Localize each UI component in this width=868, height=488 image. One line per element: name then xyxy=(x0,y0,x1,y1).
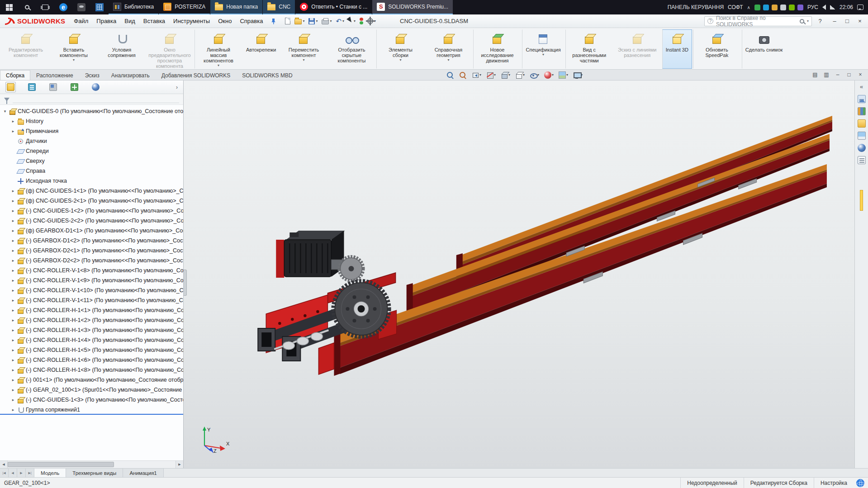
scroll-left-button[interactable] xyxy=(0,461,8,468)
bill-of-materials-button[interactable]: Спецификация ▾ xyxy=(522,29,564,69)
expand-arrow-icon[interactable]: ▸ xyxy=(11,208,15,213)
expand-arrow-icon[interactable]: ▸ xyxy=(11,358,15,362)
tree-item[interactable]: Исходная точка xyxy=(0,176,183,186)
document-tab[interactable]: Анимация1 xyxy=(123,469,163,477)
globe-icon[interactable] xyxy=(856,479,864,487)
tree-item[interactable]: ▸ (-) GEARBOX-D1<2> (По умолчанию<<По ум… xyxy=(0,236,183,246)
taskbar-app-button[interactable]: Новая папка xyxy=(210,0,262,14)
tree-item[interactable]: ▸ (-) CNC-ROLLER-V-1<11> (По умолчанию<П… xyxy=(0,295,183,305)
graphics-area[interactable]: Y X Z xyxy=(184,81,854,468)
task-pane-tab[interactable] xyxy=(858,83,866,91)
doc-pane-button[interactable]: ▤ xyxy=(810,71,820,79)
assembly-features-button[interactable]: Элементы сборки ▾ xyxy=(376,29,424,69)
document-tab[interactable]: Модель xyxy=(34,469,66,477)
pinned-app-button[interactable] xyxy=(72,0,90,14)
menu-item[interactable]: Файл xyxy=(70,14,92,28)
tree-item[interactable]: ▸ (-) CNC-ROLLER-H-1<8> (По умолчанию<По… xyxy=(0,365,183,375)
cloud-tray-icon[interactable] xyxy=(763,5,769,10)
tree-item[interactable]: ▸ (-) CNC-ROLLER-V-1<8> (По умолчанию<По… xyxy=(0,265,183,275)
pinned-app-button[interactable] xyxy=(54,0,72,14)
view-tool-button[interactable]: ▾ xyxy=(500,71,511,79)
clock[interactable]: 22:06 xyxy=(840,4,853,10)
tree-item[interactable]: ▸ (-) CNC-ROLLER-H-1<3> (По умолчанию<По… xyxy=(0,325,183,335)
expand-arrow-icon[interactable]: ▸ xyxy=(11,398,15,402)
tree-item[interactable]: ▸ (-) 001<1> (По умолчанию<По умолчанию_… xyxy=(0,375,183,385)
tree-item[interactable]: ▸ (-) CNC-ROLLER-H-1<1> (По умолчанию<По… xyxy=(0,305,183,315)
tree-item[interactable]: ▾ CNC-GUIDES-0 (По умолчанию<По умолчани… xyxy=(0,106,183,116)
taskbar-app-button[interactable]: POSTERIZA xyxy=(159,0,210,14)
expand-arrow-icon[interactable]: ▸ xyxy=(11,388,15,392)
close-button[interactable]: × xyxy=(854,16,866,26)
tree-item[interactable]: Датчики xyxy=(0,136,183,146)
tree-item[interactable]: ▸ (-) GEARBOX-D2<1> (По умолчанию<<По ум… xyxy=(0,246,183,256)
sheet-nav-button[interactable]: ▶ xyxy=(17,469,26,477)
command-tab[interactable]: Эскиз xyxy=(79,70,105,80)
tree-item[interactable]: ▸ (-) CNC-ROLLER-H-1<2> (По умолчанию<По… xyxy=(0,315,183,325)
tree-item[interactable]: ▸ History xyxy=(0,116,183,126)
component-preview-window-button[interactable]: Окно предварительного просмотра компонен… xyxy=(146,29,194,69)
pin-menubar-button[interactable] xyxy=(267,18,280,24)
task-pane-tab[interactable] xyxy=(858,156,866,164)
command-tab[interactable]: Добавления SOLIDWORKS xyxy=(156,70,237,80)
scroll-right-button[interactable] xyxy=(175,461,183,468)
update-tray-icon[interactable] xyxy=(772,5,778,10)
panel-splitter-handle[interactable] xyxy=(184,270,187,296)
taskbar-search-button[interactable] xyxy=(18,0,36,14)
view-tool-button[interactable] xyxy=(446,71,455,79)
explode-line-sketch-button[interactable]: Эскиз с линиями разнесения xyxy=(613,29,661,69)
tree-item[interactable]: ▸ Группа сопряжений1 xyxy=(0,405,183,415)
taskbar-app-button[interactable]: CNC xyxy=(263,0,295,14)
task-view-button[interactable] xyxy=(36,0,54,14)
expand-arrow-icon[interactable]: ▾ xyxy=(3,109,7,114)
filter-input[interactable] xyxy=(13,96,179,103)
task-pane-tab[interactable] xyxy=(858,144,866,152)
view-tool-button[interactable]: ▾ xyxy=(529,71,540,79)
open-button[interactable] xyxy=(293,17,306,25)
expand-arrow-icon[interactable]: ▸ xyxy=(11,288,15,293)
undo-button[interactable] xyxy=(334,17,346,26)
scrollbar-track[interactable] xyxy=(8,461,175,468)
linear-component-pattern-button[interactable]: Линейный массив компонентов ▾ xyxy=(194,29,242,69)
pinion-gear[interactable] xyxy=(339,256,363,281)
menu-item[interactable]: Окно xyxy=(214,14,236,28)
start-button[interactable] xyxy=(0,0,18,14)
save-button[interactable] xyxy=(307,17,319,25)
tree-item[interactable]: ▸ Примечания xyxy=(0,126,183,136)
view-tool-button[interactable]: ▾ xyxy=(572,71,583,79)
command-tab[interactable]: Анализировать xyxy=(105,70,156,80)
notification-icon[interactable] xyxy=(857,5,863,10)
doc-split-button[interactable]: ▥ xyxy=(821,71,831,79)
task-pane-tab[interactable] xyxy=(858,107,866,115)
command-tab[interactable]: Сборка xyxy=(0,70,30,80)
smart-fasteners-button[interactable]: Автокрепежи xyxy=(242,29,280,69)
view-tool-button[interactable]: ▾ xyxy=(558,71,569,79)
select-button[interactable] xyxy=(347,16,357,26)
expand-arrow-icon[interactable]: ▸ xyxy=(11,278,15,283)
move-component-button[interactable]: Переместить компонент ▾ xyxy=(280,29,327,69)
exploded-view-button[interactable]: Вид с разнесенными частями xyxy=(565,29,613,69)
taskbar-app-button[interactable]: Библиотека xyxy=(109,0,158,14)
view-tool-button[interactable]: ▾ xyxy=(514,71,526,79)
help-button[interactable]: ? xyxy=(815,16,825,26)
cnc-assembly-model[interactable] xyxy=(184,81,854,468)
expand-arrow-icon[interactable]: ▸ xyxy=(11,228,15,233)
view-tool-button[interactable]: ▾ xyxy=(471,71,482,79)
new-motion-study-button[interactable]: Новое исследование движения xyxy=(473,29,521,69)
expand-arrow-icon[interactable]: ▸ xyxy=(11,348,15,352)
tree-item[interactable]: ▸ (ф) CNC-GUIDES-1<1> (По умолчанию<<По … xyxy=(0,186,183,196)
command-tab[interactable]: Расположение xyxy=(30,70,79,80)
instant3d-button[interactable]: Instant 3D xyxy=(662,29,692,69)
expand-arrow-icon[interactable]: ▸ xyxy=(11,189,15,193)
expand-arrow-icon[interactable]: ▸ xyxy=(11,338,15,342)
task-pane-tab[interactable] xyxy=(858,132,866,140)
document-tab[interactable]: Трехмерные виды xyxy=(66,469,123,477)
command-tab[interactable]: SOLIDWORKS MBD xyxy=(236,70,298,80)
tray-soft-label[interactable]: СОФТ xyxy=(728,4,743,10)
menu-item[interactable]: Правка xyxy=(92,14,120,28)
expand-arrow-icon[interactable]: ▸ xyxy=(11,298,15,303)
minimize-button[interactable]: – xyxy=(828,16,841,26)
sheet-nav-button[interactable]: ◀ xyxy=(9,469,17,477)
tree-item[interactable]: ▸ (-) CNC-ROLLER-H-1<6> (По умолчанию<По… xyxy=(0,355,183,365)
tree-item[interactable]: ▸ (-) CNC-ROLLER-H-1<5> (По умолчанию<По… xyxy=(0,345,183,355)
filter-icon[interactable] xyxy=(4,98,9,101)
